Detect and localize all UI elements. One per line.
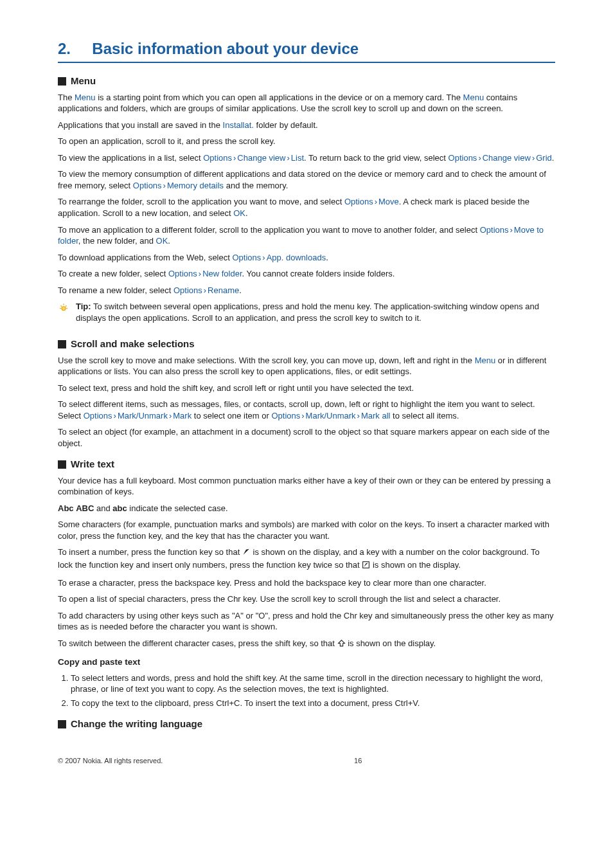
link-options[interactable]: Options: [232, 253, 261, 262]
section-scroll: Scroll and make selections Use the scrol…: [58, 338, 555, 449]
link-options[interactable]: Options: [133, 181, 162, 190]
link-options[interactable]: Options: [449, 153, 477, 163]
section-heading-write: Write text: [58, 458, 555, 471]
link-new-folder[interactable]: New folder: [202, 269, 242, 278]
chevron-icon: ›: [373, 197, 378, 206]
footer-copyright: © 2007 Nokia. All rights reserved.: [58, 756, 163, 766]
link-options[interactable]: Options: [271, 411, 300, 420]
body-text: To rename a new folder, select Options›R…: [58, 285, 555, 296]
section-write-text: Write text Your device has a full keyboa…: [58, 458, 555, 709]
chapter-title: 2. Basic information about your device: [58, 39, 555, 63]
body-text: Your device has a full keyboard. Most co…: [58, 475, 555, 498]
svg-marker-6: [244, 549, 249, 555]
chevron-icon: ›: [477, 153, 482, 163]
link-menu[interactable]: Menu: [475, 356, 496, 365]
svg-line-4: [61, 306, 62, 307]
section-heading-menu: Menu: [58, 75, 555, 87]
section-heading-change-lang: Change the writing language: [58, 718, 555, 730]
link-options[interactable]: Options: [173, 285, 202, 295]
chevron-icon: ›: [197, 269, 202, 278]
link-mark[interactable]: Mark: [173, 411, 191, 420]
link-menu[interactable]: Menu: [463, 93, 484, 102]
link-menu[interactable]: Menu: [75, 93, 96, 102]
ordered-list-copy: To select letters and words, press and h…: [58, 673, 555, 709]
footer-page-number: 16: [163, 756, 553, 766]
chevron-icon: ›: [531, 153, 536, 163]
body-text: To rearrange the folder, scroll to the a…: [58, 196, 555, 219]
chapter-number: 2.: [58, 40, 71, 57]
link-rename[interactable]: Rename: [208, 285, 239, 295]
body-text: To download applications from the Web, s…: [58, 252, 555, 264]
link-mark-unmark[interactable]: Mark/Unmark: [118, 411, 168, 420]
case-indicator-abclower: abc: [112, 503, 127, 513]
chevron-icon: ›: [168, 411, 173, 420]
body-text: Abc ABC and abc indicate the selected ca…: [58, 503, 555, 514]
chevron-icon: ›: [285, 153, 290, 163]
body-text: To move an application to a different fo…: [58, 224, 555, 247]
body-text: To open a list of special characters, pr…: [58, 593, 555, 605]
square-bullet-icon: [58, 340, 66, 348]
chevron-icon: ›: [162, 181, 167, 190]
link-options[interactable]: Options: [344, 197, 373, 206]
link-change-view[interactable]: Change view: [483, 153, 531, 163]
list-item: To copy the text to the clipboard, press…: [71, 698, 555, 709]
link-change-view[interactable]: Change view: [237, 153, 285, 163]
section-menu: Menu The Menu is a starting point from w…: [58, 75, 555, 329]
link-installat[interactable]: Installat.: [223, 120, 254, 130]
link-app-downloads[interactable]: App. downloads: [267, 253, 326, 262]
function-key-lock-icon: [362, 561, 370, 572]
body-text: To erase a character, press the backspac…: [58, 577, 555, 589]
tip-block: Tip: To switch between several open appl…: [58, 301, 555, 329]
link-ok[interactable]: OK: [156, 236, 168, 246]
link-options[interactable]: Options: [203, 153, 232, 163]
body-text: Some characters (for example, punctuatio…: [58, 519, 555, 541]
link-move[interactable]: Move: [378, 197, 399, 206]
link-mark-all[interactable]: Mark all: [361, 411, 391, 420]
link-ok[interactable]: OK: [233, 208, 245, 218]
section-heading-text: Menu: [71, 75, 96, 87]
list-item: To select letters and words, press and h…: [71, 673, 555, 695]
svg-line-5: [66, 306, 67, 307]
svg-marker-8: [364, 563, 369, 567]
tip-label: Tip:: [76, 302, 91, 311]
chevron-icon: ›: [261, 253, 266, 262]
section-heading-text: Change the writing language: [71, 718, 202, 730]
section-change-language: Change the writing language: [58, 718, 555, 730]
square-bullet-icon: [58, 77, 66, 86]
subsection-heading-copy: Copy and paste text: [58, 656, 555, 668]
function-key-arrow-icon: [242, 548, 251, 559]
svg-point-0: [62, 307, 66, 311]
section-heading-scroll: Scroll and make selections: [58, 338, 555, 350]
case-indicator-abcupper: ABC: [76, 503, 94, 513]
square-bullet-icon: [58, 720, 66, 728]
square-bullet-icon: [58, 460, 66, 469]
case-indicator-abc: Abc: [58, 503, 74, 513]
body-text: To select different items, such as messa…: [58, 399, 555, 421]
body-text: To view the applications in a list, sele…: [58, 152, 555, 164]
chevron-icon: ›: [356, 411, 361, 420]
chevron-icon: ›: [112, 411, 118, 420]
link-options[interactable]: Options: [84, 411, 112, 420]
svg-marker-9: [338, 640, 344, 646]
body-text: To switch between the different characte…: [58, 638, 555, 651]
page-footer: © 2007 Nokia. All rights reserved. 16 .: [58, 756, 555, 766]
section-heading-text: Write text: [71, 458, 114, 471]
tip-lightbulb-icon: [58, 301, 69, 314]
chapter-name: Basic information about your device: [92, 40, 359, 57]
body-text: To insert a number, press the function k…: [58, 547, 555, 572]
body-text: To select text, press and hold the shift…: [58, 383, 555, 394]
tip-text: Tip: To switch between several open appl…: [76, 301, 555, 323]
link-mark-unmark[interactable]: Mark/Unmark: [306, 411, 356, 420]
body-text: The Menu is a starting point from which …: [58, 92, 555, 114]
link-memory-details[interactable]: Memory details: [167, 181, 224, 190]
link-options[interactable]: Options: [168, 269, 197, 278]
body-text: To select an object (for example, an att…: [58, 426, 555, 449]
link-list[interactable]: List: [291, 153, 304, 163]
shift-up-arrow-icon: [337, 639, 346, 651]
body-text: Applications that you install are saved …: [58, 120, 555, 131]
body-text: To create a new folder, select Options›N…: [58, 268, 555, 280]
link-options[interactable]: Options: [480, 225, 509, 235]
chevron-icon: ›: [300, 411, 305, 420]
body-text: To view the memory consumption of differ…: [58, 168, 555, 191]
link-grid[interactable]: Grid: [536, 153, 552, 163]
